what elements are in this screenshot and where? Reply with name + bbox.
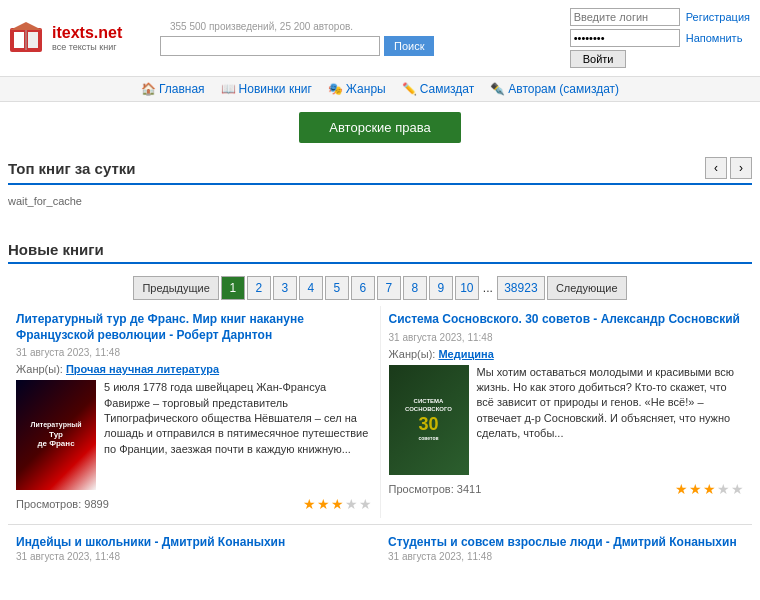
top-books-section: Топ книг за сутки ‹ › wait_for_cache	[8, 153, 752, 237]
book-1-stars: ★ ★ ★ ★ ★	[303, 496, 372, 512]
new-books-title: Новые книги	[8, 241, 104, 258]
bottom-book-1-link[interactable]: Индейцы и школьники - Дмитрий Конаныхин	[16, 535, 372, 549]
bottom-books-grid: Индейцы и школьники - Дмитрий Конаныхин …	[8, 531, 752, 566]
book-2-date: 31 августа 2023, 11:48	[389, 332, 745, 343]
login-area: Регистрация Напомнить Войти	[560, 8, 750, 68]
login-input[interactable]	[570, 8, 680, 26]
cache-message: wait_for_cache	[8, 191, 752, 237]
next-page-button[interactable]: Следующие	[547, 276, 627, 300]
books-grid: Литературный тур де Франс. Мир книг нака…	[8, 306, 752, 518]
nav-genres-label: Жанры	[346, 82, 386, 96]
book-1-desc: 5 июля 1778 года швейцарец Жан-Франсуа Ф…	[104, 380, 372, 490]
star-1: ★	[303, 496, 316, 512]
star2-1: ★	[675, 481, 688, 497]
site-tagline: все тексты книг	[52, 42, 122, 52]
nav-home-label: Главная	[159, 82, 205, 96]
nav-new-books-label: Новинки книг	[239, 82, 312, 96]
register-link[interactable]: Регистрация	[686, 11, 750, 23]
bottom-book-2-link[interactable]: Студенты и совсем взрослые люди - Дмитри…	[388, 535, 744, 549]
svg-rect-2	[14, 32, 24, 48]
book-1-genre-row: Жанр(ы): Прочая научная литература	[16, 363, 372, 375]
book-2-genre-label: Жанр(ы):	[389, 348, 436, 360]
nav-samizdat-label: Самиздат	[420, 82, 475, 96]
svg-marker-1	[10, 22, 42, 30]
nav-genres[interactable]: 🎭 Жанры	[328, 82, 386, 96]
banner-area: Авторские права	[0, 102, 760, 153]
book-left-column: Литературный тур де Франс. Мир книг нака…	[8, 306, 381, 518]
search-area: Поиск	[160, 36, 550, 56]
book-2-footer: Просмотров: 3411 ★ ★ ★ ★ ★	[389, 481, 745, 497]
nav-new-books[interactable]: 📖 Новинки книг	[221, 82, 312, 96]
books-divider	[8, 524, 752, 525]
top-prev-button[interactable]: ‹	[705, 157, 727, 179]
star-4: ★	[345, 496, 358, 512]
site-name[interactable]: itexts.net	[52, 24, 122, 42]
book-2-stars: ★ ★ ★ ★ ★	[675, 481, 744, 497]
book-1-views: Просмотров: 9899	[16, 498, 109, 510]
top-books-title: Топ книг за сутки	[8, 160, 136, 177]
page-1-button[interactable]: 1	[221, 276, 245, 300]
book-2-desc: Мы хотим оставаться молодыми и красивыми…	[477, 365, 745, 475]
star2-4: ★	[717, 481, 730, 497]
book-2-cover: СИСТЕМА СОСНОВСКОГО 30 советов	[389, 365, 469, 475]
page-6-button[interactable]: 6	[351, 276, 375, 300]
login-button[interactable]: Войти	[570, 50, 627, 68]
star2-5: ★	[731, 481, 744, 497]
search-button[interactable]: Поиск	[384, 36, 434, 56]
pagination: Предыдущие 1 2 3 4 5 6 7 8 9 10 ... 3892…	[8, 270, 752, 306]
site-stats: 355 500 произведений, 25 200 авторов.	[160, 21, 550, 32]
top-books-nav: ‹ ›	[705, 157, 752, 179]
page-9-button[interactable]: 9	[429, 276, 453, 300]
star-3: ★	[331, 496, 344, 512]
book-2-title-link[interactable]: Система Сосновского. 30 советов - Алекса…	[389, 312, 745, 328]
logo-icon	[10, 20, 46, 56]
header: itexts.net все тексты книг 355 500 произ…	[0, 0, 760, 77]
home-icon: 🏠	[141, 82, 156, 96]
nav-authors[interactable]: ✒️ Авторам (самиздат)	[490, 82, 619, 96]
svg-rect-3	[28, 32, 38, 48]
page-2-button[interactable]: 2	[247, 276, 271, 300]
nav: 🏠 Главная 📖 Новинки книг 🎭 Жанры ✏️ Сами…	[0, 77, 760, 102]
book-1-genre-link[interactable]: Прочая научная литература	[66, 363, 219, 375]
remind-link[interactable]: Напомнить	[686, 32, 743, 44]
book-2-genre-link[interactable]: Медицина	[438, 348, 493, 360]
page-4-button[interactable]: 4	[299, 276, 323, 300]
star2-2: ★	[689, 481, 702, 497]
book-1-genre-label: Жанр(ы):	[16, 363, 63, 375]
book-2-genre-row: Жанр(ы): Медицина	[389, 348, 745, 360]
book-1-footer: Просмотров: 9899 ★ ★ ★ ★ ★	[16, 496, 372, 512]
star-2: ★	[317, 496, 330, 512]
last-page-button[interactable]: 38923	[497, 276, 545, 300]
book-1-cover: Литературный Тур де Франс	[16, 380, 96, 490]
page-3-button[interactable]: 3	[273, 276, 297, 300]
page-7-button[interactable]: 7	[377, 276, 401, 300]
star2-3: ★	[703, 481, 716, 497]
page-8-button[interactable]: 8	[403, 276, 427, 300]
book-2-content: СИСТЕМА СОСНОВСКОГО 30 советов Мы хотим …	[389, 365, 745, 475]
book-1-title-link[interactable]: Литературный тур де Франс. Мир книг нака…	[16, 312, 372, 343]
nav-authors-label: Авторам (самиздат)	[508, 82, 619, 96]
bottom-book-1-date: 31 августа 2023, 11:48	[16, 551, 372, 562]
nav-home[interactable]: 🏠 Главная	[141, 82, 205, 96]
top-next-button[interactable]: ›	[730, 157, 752, 179]
logo-text-area: itexts.net все тексты книг	[52, 24, 122, 52]
bottom-book-left: Индейцы и школьники - Дмитрий Конаныхин …	[8, 531, 380, 566]
bottom-book-right: Студенты и совсем взрослые люди - Дмитри…	[380, 531, 752, 566]
genres-icon: 🎭	[328, 82, 343, 96]
star-5: ★	[359, 496, 372, 512]
new-books-icon: 📖	[221, 82, 236, 96]
logo-area[interactable]: itexts.net все тексты книг	[10, 20, 150, 56]
page-5-button[interactable]: 5	[325, 276, 349, 300]
search-input[interactable]	[160, 36, 380, 56]
prev-page-button[interactable]: Предыдущие	[133, 276, 218, 300]
book-2-views: Просмотров: 3411	[389, 483, 482, 495]
pagination-dots: ...	[481, 281, 495, 295]
password-input[interactable]	[570, 29, 680, 47]
page-10-button[interactable]: 10	[455, 276, 479, 300]
samizdat-icon: ✏️	[402, 82, 417, 96]
banner-button[interactable]: Авторские права	[299, 112, 460, 143]
nav-samizdat[interactable]: ✏️ Самиздат	[402, 82, 475, 96]
bottom-book-2-date: 31 августа 2023, 11:48	[388, 551, 744, 562]
book-1-date: 31 августа 2023, 11:48	[16, 347, 372, 358]
new-books-section: Новые книги Предыдущие 1 2 3 4 5 6 7 8 9…	[8, 237, 752, 566]
